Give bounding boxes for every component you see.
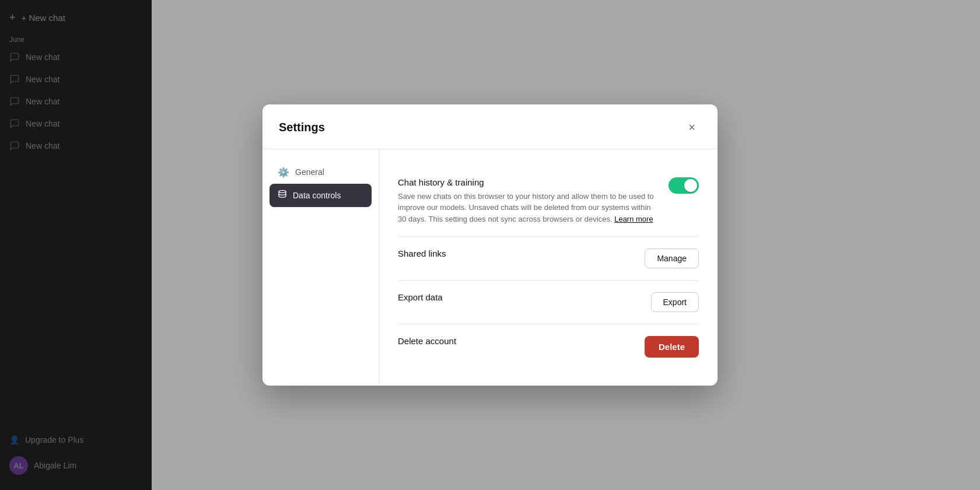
nav-item-data-controls[interactable]: Data controls: [270, 184, 372, 207]
export-button[interactable]: Export: [651, 292, 699, 312]
chat-history-title: Chat history & training: [398, 177, 484, 187]
shared-links-title: Shared links: [398, 249, 631, 258]
nav-item-data-controls-label: Data controls: [293, 191, 341, 200]
modal-body: ⚙️ General Data controls: [262, 149, 718, 386]
shared-links-row: Shared links Manage: [398, 237, 699, 281]
delete-account-row: Delete account Delete: [398, 324, 699, 369]
chat-history-left: Chat history & training Save new chats o…: [398, 177, 654, 225]
nav-item-general-label: General: [295, 167, 324, 177]
chat-history-toggle[interactable]: [668, 177, 699, 194]
gear-icon: ⚙️: [278, 167, 289, 178]
modal-header: Settings ×: [262, 104, 718, 149]
export-data-row: Export data Export: [398, 281, 699, 324]
modal-settings-content: Chat history & training Save new chats o…: [379, 149, 718, 386]
delete-account-right: Delete: [645, 336, 699, 358]
shared-links-right: Manage: [645, 249, 699, 268]
toggle-knob: [684, 179, 697, 192]
learn-more-link[interactable]: Learn more: [614, 215, 653, 223]
export-data-left: Export data: [398, 292, 637, 306]
modal-close-button[interactable]: ×: [682, 118, 701, 137]
nav-item-general[interactable]: ⚙️ General: [270, 161, 372, 184]
chat-history-right: [668, 177, 699, 194]
export-data-right: Export: [651, 292, 699, 312]
modal-title: Settings: [279, 121, 325, 134]
shared-links-left: Shared links: [398, 249, 631, 262]
manage-button[interactable]: Manage: [645, 249, 699, 268]
settings-modal: Settings × ⚙️ General: [262, 104, 718, 386]
modal-overlay: Settings × ⚙️ General: [0, 0, 980, 490]
delete-button[interactable]: Delete: [645, 336, 699, 358]
delete-account-left: Delete account: [398, 336, 631, 349]
database-icon: [278, 190, 287, 201]
modal-nav: ⚙️ General Data controls: [262, 149, 379, 386]
delete-account-title: Delete account: [398, 336, 631, 346]
export-data-title: Export data: [398, 292, 637, 302]
chat-history-row: Chat history & training Save new chats o…: [398, 166, 699, 237]
chat-history-description: Save new chats on this browser to your h…: [398, 191, 654, 225]
svg-point-0: [279, 190, 286, 192]
